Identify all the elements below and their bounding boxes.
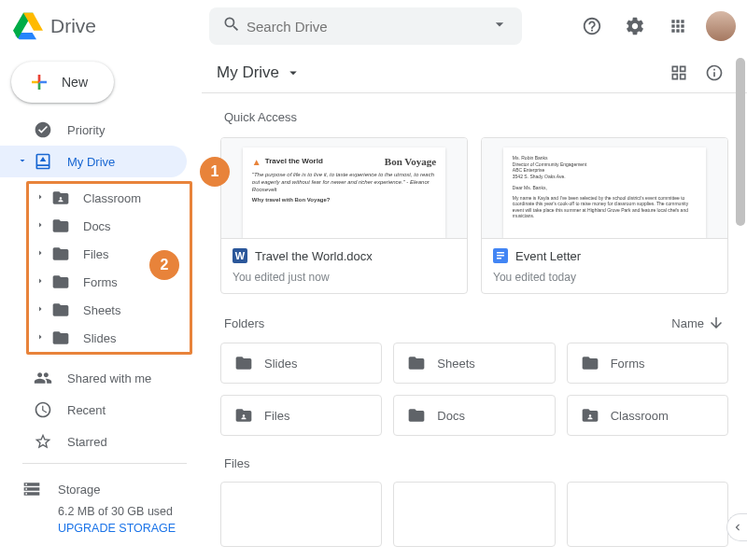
sidebar: New Priority My Drive Classroom Docs [0,52,202,560]
chevron-right-icon [35,219,48,233]
tree-label: Forms [83,275,118,289]
gdoc-icon [493,248,508,263]
file-preview: Ms. Robin Banks Director of Community En… [482,138,727,239]
plus-icon [28,71,50,93]
folder-label: Forms [611,357,645,371]
annotation-callout-1: 1 [200,157,230,187]
file-card[interactable] [393,482,555,547]
folder-card[interactable]: Forms [567,343,728,384]
grid-view-button[interactable] [661,55,697,91]
folder-icon [407,406,426,425]
tree-item-docs[interactable]: Docs [29,212,190,240]
storage-used: 6.2 MB of 30 GB used [22,505,202,518]
svg-rect-3 [497,252,504,254]
file-card[interactable] [567,482,728,547]
sort-button[interactable]: Name [671,315,725,331]
nav-label: Starred [67,435,107,449]
file-subtitle: You edited today [493,271,714,284]
nav-recent[interactable]: Recent [0,394,187,426]
chevron-right-icon [35,303,48,317]
apps-button[interactable] [659,7,697,45]
nav-priority[interactable]: Priority [0,114,187,146]
file-subtitle: You edited just now [233,271,454,284]
file-card[interactable] [220,482,382,547]
search-box[interactable] [209,7,522,45]
folder-label: Docs [437,409,465,423]
priority-icon [34,120,52,139]
breadcrumb-label: My Drive [217,63,279,82]
tree-label: Files [83,247,108,261]
new-button-label: New [62,75,88,90]
side-panel-collapse-button[interactable] [726,513,747,541]
tree-item-classroom[interactable]: Classroom [29,184,190,212]
shared-folder-icon [234,406,253,425]
tree-item-slides[interactable]: Slides [29,324,190,352]
chevron-right-icon [35,275,48,289]
folder-card[interactable]: Files [220,395,382,436]
sort-label: Name [671,316,704,330]
nav-label: Shared with me [67,371,151,385]
storage-icon [22,480,41,498]
folder-label: Files [264,409,289,423]
quick-access-card[interactable]: Ms. Robin Banks Director of Community En… [481,137,728,294]
divider [22,463,187,464]
content-scroll[interactable]: Quick Access ▲Travel the WorldBon Voyage… [202,93,747,560]
folder-label: Sheets [437,357,474,371]
upgrade-storage-link[interactable]: UPGRADE STORAGE [22,522,202,535]
main-content: My Drive Quick Access ▲Travel the WorldB… [202,52,747,560]
nav-label: My Drive [67,155,115,169]
tree-label: Docs [83,219,111,233]
help-button[interactable] [573,7,611,45]
word-doc-icon: W [233,248,247,263]
folder-icon [51,217,70,235]
new-button[interactable]: New [11,62,114,103]
storage-section: Storage 6.2 MB of 30 GB used UPGRADE STO… [0,469,202,535]
drive-icon [13,11,43,41]
scrollbar[interactable] [736,58,745,558]
nav-label: Recent [67,403,106,417]
folders-title: Folders [224,316,264,330]
tree-label: Slides [83,331,116,345]
folder-label: Slides [264,357,297,371]
info-button[interactable] [697,55,732,91]
star-icon [34,432,52,451]
breadcrumb[interactable]: My Drive [217,63,302,82]
tree-label: Classroom [83,191,141,205]
header-tools [573,7,736,45]
folder-card[interactable]: Docs [393,395,555,436]
folder-icon [581,354,599,372]
annotation-callout-2: 2 [149,250,179,280]
expand-icon[interactable] [17,155,30,169]
search-input[interactable] [247,19,485,35]
folder-card[interactable]: Slides [220,343,382,384]
shared-folder-icon [581,406,599,425]
shared-folder-icon [51,189,70,207]
account-avatar[interactable] [706,11,736,41]
svg-rect-5 [497,258,501,259]
search-dropdown-icon[interactable] [485,9,514,43]
settings-button[interactable] [616,7,654,45]
quick-access-card[interactable]: ▲Travel the WorldBon Voyage "The purpose… [220,137,468,294]
app-title: Drive [50,15,96,37]
scroll-thumb[interactable] [736,58,745,226]
folder-icon [51,245,70,263]
tree-label: Sheets [83,303,120,317]
drive-logo[interactable]: Drive [13,11,209,41]
chevron-down-icon [285,64,302,81]
chevron-right-icon [35,331,48,345]
file-name: Event Letter [515,249,581,263]
folder-card[interactable]: Classroom [567,395,728,436]
nav-storage[interactable]: Storage [22,473,202,505]
folder-label: Classroom [611,409,669,423]
folder-icon [234,354,253,372]
folder-icon [51,301,70,319]
my-drive-icon [34,152,52,171]
folder-card[interactable]: Sheets [393,343,555,384]
chevron-right-icon [35,247,48,261]
nav-my-drive[interactable]: My Drive [0,146,187,177]
nav-label: Priority [67,123,105,137]
tree-item-sheets[interactable]: Sheets [29,296,190,324]
app-header: Drive [0,0,747,52]
nav-starred[interactable]: Starred [0,426,187,457]
nav-shared-with-me[interactable]: Shared with me [0,362,187,394]
